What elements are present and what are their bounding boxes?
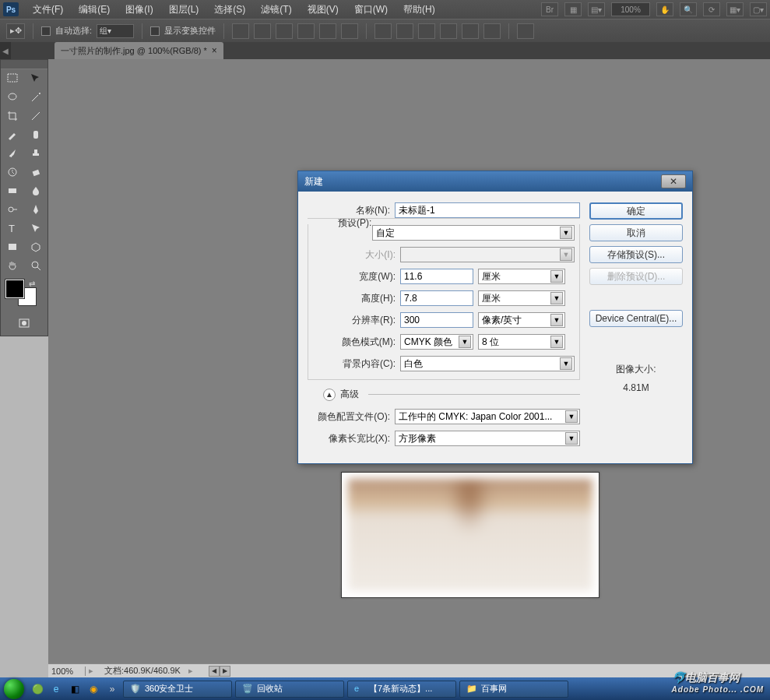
preset-dropdown[interactable]: 自定▼ xyxy=(372,225,575,241)
zoom-icon[interactable]: 🔍 xyxy=(680,2,697,16)
dodge-tool-icon[interactable] xyxy=(1,200,24,219)
distribute-vcenter-icon[interactable] xyxy=(396,23,413,39)
shape-tool-icon[interactable] xyxy=(1,237,24,256)
3d-tool-icon[interactable] xyxy=(24,237,47,256)
width-unit-dropdown[interactable]: 厘米▼ xyxy=(478,269,565,284)
ie-icon[interactable]: e xyxy=(48,681,64,697)
type-tool-icon[interactable]: T xyxy=(1,219,24,237)
crop-tool-icon[interactable] xyxy=(1,107,24,125)
height-input[interactable] xyxy=(400,290,473,306)
brush-tool-icon[interactable] xyxy=(1,144,24,163)
align-right-icon[interactable] xyxy=(341,23,358,39)
taskbar-item[interactable]: 📁百事网 xyxy=(459,681,568,698)
cancel-button[interactable]: 取消 xyxy=(589,224,683,241)
pen-tool-icon[interactable] xyxy=(24,200,47,219)
menu-file[interactable]: 文件(F) xyxy=(25,3,71,16)
distribute-left-icon[interactable] xyxy=(440,23,457,39)
tab-close-icon[interactable]: × xyxy=(212,45,217,56)
status-dropdown-icon[interactable]: ▸ xyxy=(188,666,193,676)
status-arrow-icon[interactable]: ▸ xyxy=(86,666,97,676)
taskbar-item[interactable]: e【7条新动态】... xyxy=(347,681,456,698)
menu-edit[interactable]: 编辑(E) xyxy=(71,3,118,16)
menu-view[interactable]: 视图(V) xyxy=(300,3,346,16)
wand-tool-icon[interactable] xyxy=(24,88,47,107)
bridge-icon[interactable]: Br xyxy=(541,2,558,16)
align-vcenter-icon[interactable] xyxy=(254,23,271,39)
blur-tool-icon[interactable] xyxy=(24,181,47,200)
eyedropper-tool-icon[interactable] xyxy=(1,125,24,144)
hand-tool-icon[interactable] xyxy=(1,256,24,275)
pixel-aspect-dropdown[interactable]: 方形像素▼ xyxy=(395,431,580,446)
align-left-icon[interactable] xyxy=(297,23,315,39)
stamp-tool-icon[interactable] xyxy=(24,144,47,163)
document-canvas[interactable] xyxy=(341,472,599,598)
auto-select-dropdown[interactable]: 组▾ xyxy=(97,24,134,38)
dialog-close-button[interactable]: ✕ xyxy=(661,174,686,188)
desktop-icon[interactable]: ◧ xyxy=(67,681,83,697)
arrange-icon[interactable]: ▦▾ xyxy=(726,2,744,16)
chevron-icon[interactable]: » xyxy=(104,681,120,697)
distribute-bottom-icon[interactable] xyxy=(418,23,435,39)
align-top-icon[interactable] xyxy=(232,23,249,39)
hand-icon[interactable]: ✋ xyxy=(656,2,673,16)
start-button[interactable] xyxy=(0,677,28,700)
width-input[interactable] xyxy=(400,269,473,284)
distribute-hcenter-icon[interactable] xyxy=(462,23,479,39)
tab-prev-arrow[interactable]: ◀ xyxy=(0,42,11,59)
toolbox-grip[interactable] xyxy=(1,60,47,69)
quicklaunch-icon[interactable]: 🟢 xyxy=(30,681,45,697)
screen-mode-icon[interactable]: ▢▾ xyxy=(750,2,767,16)
taskbar-item[interactable]: 🛡️360安全卫士 xyxy=(123,681,232,698)
color-mode-dropdown[interactable]: CMYK 颜色▼ xyxy=(400,334,473,350)
menu-select[interactable]: 选择(S) xyxy=(206,3,253,16)
zoom-tool-icon[interactable] xyxy=(24,256,47,275)
document-tab[interactable]: 一寸照片的制作.jpg @ 100%(RGB/8) * × xyxy=(54,42,223,59)
bg-content-dropdown[interactable]: 白色▼ xyxy=(400,356,575,371)
bit-depth-dropdown[interactable]: 8 位▼ xyxy=(478,334,565,350)
slice-tool-icon[interactable] xyxy=(24,107,47,125)
lasso-tool-icon[interactable] xyxy=(1,88,24,107)
save-preset-button[interactable]: 存储预设(S)... xyxy=(589,246,683,263)
ok-button[interactable]: 确定 xyxy=(589,202,683,220)
foreground-color[interactable] xyxy=(5,280,24,298)
menu-layer[interactable]: 图层(L) xyxy=(161,3,207,16)
move-tool-icon[interactable] xyxy=(24,69,47,88)
heal-tool-icon[interactable] xyxy=(24,125,47,144)
film-icon[interactable]: ▦ xyxy=(564,2,582,16)
show-transform-checkbox[interactable] xyxy=(150,26,160,36)
rotate-icon[interactable]: ⟳ xyxy=(703,2,720,16)
swap-colors-icon[interactable]: ⇄ xyxy=(29,280,35,288)
gradient-tool-icon[interactable] xyxy=(1,181,24,200)
menu-filter[interactable]: 滤镜(T) xyxy=(253,3,299,16)
auto-select-checkbox[interactable] xyxy=(41,26,51,36)
hscroll-right[interactable]: ▶ xyxy=(220,666,230,677)
menu-help[interactable]: 帮助(H) xyxy=(396,3,443,16)
history-brush-icon[interactable] xyxy=(1,163,24,181)
menu-window[interactable]: 窗口(W) xyxy=(346,3,396,16)
device-central-button[interactable]: Device Central(E)... xyxy=(589,310,683,327)
quickmask-icon[interactable] xyxy=(12,314,36,332)
status-doc-info[interactable]: 文档:460.9K/460.9K xyxy=(97,665,188,677)
height-unit-dropdown[interactable]: 厘米▼ xyxy=(478,290,565,306)
view-options-icon[interactable]: ▤▾ xyxy=(588,2,605,16)
move-tool-icon[interactable]: ▸✥ xyxy=(6,23,25,39)
marquee-tool-icon[interactable] xyxy=(1,69,24,88)
path-select-icon[interactable] xyxy=(24,219,47,237)
resolution-input[interactable] xyxy=(400,312,473,328)
status-zoom[interactable]: 100% xyxy=(48,667,86,676)
align-hcenter-icon[interactable] xyxy=(319,23,336,39)
color-profile-dropdown[interactable]: 工作中的 CMYK: Japan Color 2001...▼ xyxy=(395,409,580,424)
advanced-toggle[interactable]: ▲ 高级 xyxy=(323,388,580,401)
eraser-tool-icon[interactable] xyxy=(24,163,47,181)
taskbar-item[interactable]: 🗑️回收站 xyxy=(235,681,344,698)
auto-align-icon[interactable] xyxy=(517,23,534,39)
distribute-top-icon[interactable] xyxy=(374,23,392,39)
zoom-level[interactable]: 100% xyxy=(611,2,650,16)
color-swatches[interactable]: ⇄ xyxy=(5,280,37,306)
app-icon[interactable]: ◉ xyxy=(86,681,101,697)
align-bottom-icon[interactable] xyxy=(276,23,293,39)
dialog-titlebar[interactable]: 新建 ✕ xyxy=(298,171,692,192)
name-input[interactable] xyxy=(395,202,580,218)
resolution-unit-dropdown[interactable]: 像素/英寸▼ xyxy=(478,312,565,328)
menu-image[interactable]: 图像(I) xyxy=(118,3,160,16)
